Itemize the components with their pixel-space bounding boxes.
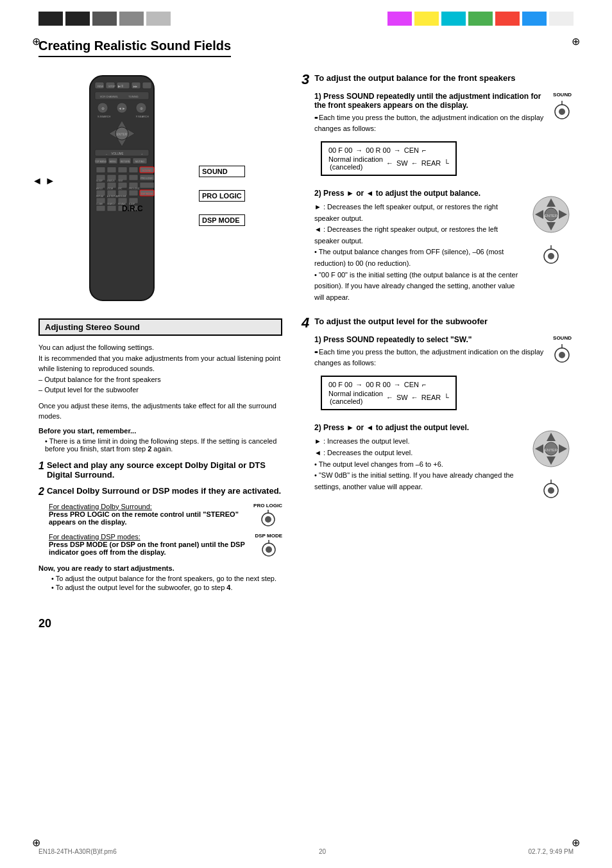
step-1-text: Select and play any source except Dolby … (47, 460, 282, 480)
svg-text:ENTER: ENTER (545, 214, 558, 218)
crossmark-top-left: ⊕ (32, 35, 40, 48)
svg-text:SOUND: SOUND (142, 169, 152, 172)
intro-line-1: You can adjust the following settings. I… (38, 342, 282, 395)
top-bar-right (387, 12, 574, 26)
enter-button-3: ENTER (529, 189, 574, 265)
svg-text:PRO LOGIC: PRO LOGIC (129, 187, 140, 190)
page-title: Creating Realistic Sound Fields (38, 39, 231, 57)
svg-text:VCR CHANNEL: VCR CHANNEL (100, 95, 119, 98)
dsp-mode-icon-area: DSP MODE (255, 533, 282, 558)
svg-text:ZOOM: ZOOM (107, 187, 113, 190)
svg-text:TUNING: TUNING (128, 95, 138, 98)
svg-text:STATUS: STATUS (107, 180, 114, 182)
right-column: 3 To adjust the output balance for the f… (302, 73, 574, 630)
svg-point-102 (548, 253, 554, 259)
page-number: 20 (38, 617, 282, 630)
svg-point-105 (559, 352, 565, 358)
section-title-box: Adjusting Stereo Sound (38, 318, 282, 336)
pro-logic-icon-label: PRO LOGIC (253, 503, 282, 508)
step-3-title-row: 3 To adjust the output balance for the f… (302, 73, 574, 87)
step-4-title: To adjust the output level for the subwo… (314, 316, 488, 327)
svg-text:▶▶: ▶▶ (133, 85, 138, 88)
svg-text:S.SEARCH: S.SEARCH (98, 115, 111, 118)
svg-rect-40 (107, 167, 116, 173)
step-4-2-bullets: ► : Increases the output level. ◄ : Decr… (314, 436, 522, 492)
svg-rect-5 (142, 82, 151, 89)
step-3-1-bullet: • Each time you press the button, the ad… (314, 112, 545, 134)
diag-4-1-rear: REAR (421, 394, 441, 401)
svg-text:DSP MODE: DSP MODE (141, 193, 153, 195)
svg-point-115 (548, 487, 554, 494)
step-3-number: 3 (302, 73, 309, 87)
step-2-text: Cancel Dolby Surround or DSP modes if th… (47, 486, 281, 496)
step-4-2-title: 2) Press ► or ◄ to adjust the output lev… (314, 423, 522, 432)
sound-icon-label-4: SOUND (553, 335, 572, 341)
svg-text:DRC: DRC (118, 187, 123, 190)
step-4-1-title: 1) Press SOUND repeatedly to select "SW.… (314, 335, 545, 344)
svg-point-89 (266, 546, 272, 553)
svg-text:▶/II: ▶/II (118, 84, 123, 88)
svg-text:A-B REPLAY: A-B REPLAY (107, 195, 118, 198)
step-4-sub-1: 1) Press SOUND repeatedly to select "SW.… (314, 335, 574, 415)
diag-4-1-sw: SW (396, 394, 408, 401)
svg-rect-42 (129, 167, 138, 173)
remote-side-labels: SOUND PRO LOGIC D.R.C DSP MODE (199, 166, 245, 226)
step-3-sub-1: 1) Press SOUND repeatedly until the adju… (314, 92, 574, 181)
svg-text:SEARCH: SEARCH (107, 203, 115, 205)
dsp-mode-icon-label: DSP MODE (255, 533, 282, 539)
step-2: 2 Cancel Dolby Surround or DSP modes if … (38, 486, 282, 558)
step-1: 1 Select and play any source except Dolb… (38, 460, 282, 480)
footer-left: EN18-24TH-A30R(B)lf.pm6 (38, 848, 117, 855)
step-3-sub-2: 2) Press ► or ◄ to adjust the output bal… (314, 189, 574, 303)
svg-rect-49 (129, 175, 138, 180)
step-4-title-row: 4 To adjust the output level for the sub… (302, 316, 574, 330)
svg-rect-63 (129, 190, 138, 196)
diag-3-1-normal: Normal indication(canceled) (328, 155, 383, 171)
svg-text:PRO LOGIC: PRO LOGIC (140, 177, 153, 180)
content-columns: ◄ ► REW (38, 73, 574, 630)
diag-4-1-f00: 00 F 00 (328, 381, 352, 388)
crossmark-bottom-left: ⊕ (32, 837, 40, 849)
before-start-bullet: • There is a time limit in doing the fol… (38, 437, 282, 453)
step-2a-label: For deactivating Dolby Surround: (49, 503, 247, 510)
diagram-3-1: 00 F 00 → 00 R 00 → CEN ⌐ Normal indicat… (321, 141, 457, 176)
footer-center: 20 (319, 848, 326, 855)
svg-rect-77 (96, 205, 105, 211)
pro-logic-icon-area: PRO LOGIC (253, 503, 282, 528)
step-3: 3 To adjust the output balance for the f… (302, 73, 574, 303)
svg-rect-78 (107, 205, 116, 211)
sound-icon-label-3: SOUND (553, 92, 572, 98)
svg-rect-56 (140, 182, 154, 188)
svg-text:◄►: ◄► (118, 107, 126, 110)
step-2b-instruction: Press DSP MODE (or DSP on the front pane… (49, 541, 248, 556)
svg-point-86 (265, 516, 271, 523)
crossmark-top-right: ⊕ (572, 35, 580, 48)
section-title-text: Adjusting Stereo Sound (45, 322, 140, 332)
svg-text:RETURN: RETURN (121, 161, 130, 163)
crossmark-bottom-right: ⊕ (572, 837, 580, 849)
before-start-heading: Before you start, remember... (38, 427, 282, 435)
svg-text:TOP MENU: TOP MENU (95, 161, 107, 163)
svg-text:VOLUME: VOLUME (111, 152, 123, 155)
sound-label: SOUND (199, 166, 245, 177)
page-content: Creating Realistic Sound Fields ◄ ► (0, 0, 612, 656)
remote-area: ◄ ► REW (38, 73, 282, 306)
dsp-mode-label: DSP MODE (199, 214, 245, 226)
step-2b-label: For deactivating DSP modes: (49, 533, 248, 541)
step-4-sub-2: 2) Press ► or ◄ to adjust the output lev… (314, 423, 574, 499)
step-4-number: 4 (302, 316, 309, 330)
step-1-number: 1 (38, 460, 44, 472)
diag-3-1-cen: CEN (404, 146, 419, 154)
svg-text:STOP: STOP (108, 85, 115, 88)
step-3-1-title: 1) Press SOUND repeatedly until the adju… (314, 92, 545, 110)
drc-label: D.R.C (122, 204, 143, 213)
diag-3-1-rear: REAR (421, 159, 441, 167)
step-2a-instruction: Press PRO LOGIC on the remote control un… (49, 510, 247, 526)
footer: EN18-24TH-A30R(B)lf.pm6 20 02.7.2, 9:49 … (38, 848, 574, 855)
svg-text:⊕: ⊕ (101, 107, 105, 110)
diag-3-1-f00: 00 F 00 (328, 146, 352, 154)
svg-text:MUTING: MUTING (135, 161, 144, 163)
diag-4-1-cen: CEN (404, 381, 419, 388)
svg-text:REW: REW (98, 85, 104, 88)
diag-4-1-r00: 00 R 00 (366, 381, 391, 388)
